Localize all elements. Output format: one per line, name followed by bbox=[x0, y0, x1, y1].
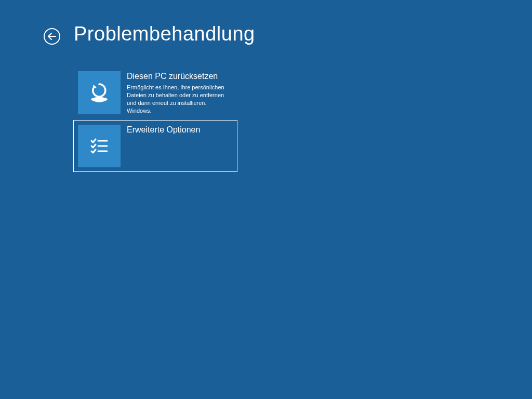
option-title: Diesen PC zurücksetzen bbox=[127, 71, 233, 82]
back-arrow-icon bbox=[48, 33, 56, 40]
reset-pc-icon bbox=[86, 79, 112, 105]
options-list: Diesen PC zurücksetzen Ermöglicht es Ihn… bbox=[73, 66, 237, 172]
option-tile bbox=[78, 125, 121, 167]
page-title: Problembehandlung bbox=[74, 23, 255, 45]
option-tile bbox=[78, 71, 121, 114]
option-text: Diesen PC zurücksetzen Ermöglicht es Ihn… bbox=[127, 71, 233, 114]
advanced-options-icon bbox=[86, 133, 112, 159]
option-advanced[interactable]: Erweiterte Optionen bbox=[73, 120, 237, 172]
page-header: Problembehandlung bbox=[44, 23, 255, 45]
option-text: Erweiterte Optionen bbox=[127, 125, 233, 137]
back-button[interactable] bbox=[44, 28, 60, 45]
option-reset-pc[interactable]: Diesen PC zurücksetzen Ermöglicht es Ihn… bbox=[73, 66, 237, 118]
option-desc: Ermöglicht es Ihnen, Ihre persönlichen D… bbox=[127, 84, 233, 114]
option-title: Erweiterte Optionen bbox=[127, 125, 233, 135]
